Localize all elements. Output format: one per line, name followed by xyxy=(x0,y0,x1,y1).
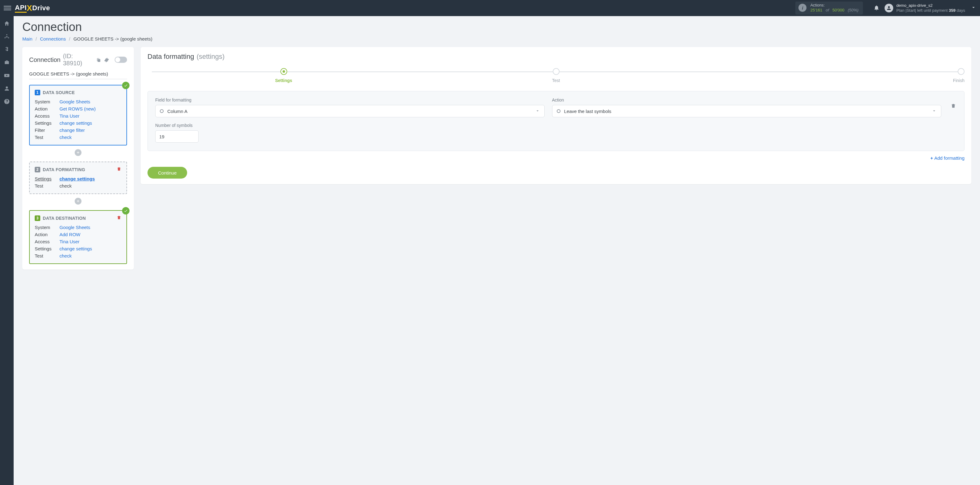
add-formatting-label: Add formatting xyxy=(934,155,964,161)
actions-count: 25'161 xyxy=(810,8,822,13)
breadcrumb-current: GOOGLE SHEETS -> (google sheets) xyxy=(73,36,153,41)
check-icon xyxy=(122,207,129,214)
connection-toggle[interactable] xyxy=(115,57,127,63)
step-number-3: 3 xyxy=(35,216,40,221)
info-icon: i xyxy=(799,4,807,12)
link-action[interactable]: Get ROWS (new) xyxy=(59,106,96,111)
panel-title-dim: (settings) xyxy=(196,52,224,61)
num-symbols-input[interactable] xyxy=(155,130,199,143)
avatar-icon xyxy=(885,4,893,13)
actions-label: Actions: xyxy=(810,3,858,8)
briefcase-icon[interactable] xyxy=(4,59,10,66)
step-data-destination[interactable]: 3 DATA DESTINATION System Google Sheets … xyxy=(29,210,127,264)
user-menu[interactable]: demo_apix-drive_s2 Plan |Start| left unt… xyxy=(885,3,965,13)
num-label: Number of symbols xyxy=(155,123,199,128)
gear-icon[interactable] xyxy=(104,57,110,62)
action-select[interactable]: Leave the last symbols xyxy=(552,105,942,117)
add-between-button[interactable]: + xyxy=(75,149,81,156)
actions-pct: (50%) xyxy=(848,8,859,13)
continue-button[interactable]: Continue xyxy=(148,167,187,179)
step-title-format: DATA FORMATTING xyxy=(43,167,85,172)
action-value: Leave the last symbols xyxy=(564,109,928,114)
wizard-label: Finish xyxy=(953,78,964,83)
breadcrumb-main[interactable]: Main xyxy=(22,36,33,41)
link-access[interactable]: Tina User xyxy=(59,113,79,119)
step-number-2: 2 xyxy=(35,167,40,173)
topbar: API X Drive i Actions: 25'161 of 50'000 … xyxy=(0,0,980,16)
formatting-rule: Field for formatting Column A xyxy=(148,91,964,151)
link-change-filter[interactable]: change filter xyxy=(59,127,85,133)
label: Test xyxy=(35,183,59,189)
logo-text-api: API xyxy=(15,4,27,13)
label: System xyxy=(35,99,59,104)
connection-subtitle: GOOGLE SHEETS -> (google sheets) xyxy=(29,71,127,79)
label: Settings xyxy=(35,176,59,181)
wizard-step-settings[interactable]: Settings xyxy=(148,68,420,83)
logo-text-drive: Drive xyxy=(32,4,50,12)
delete-rule-button[interactable] xyxy=(951,103,957,109)
chevron-down-icon xyxy=(932,108,937,114)
radio-icon xyxy=(160,109,164,113)
link-action[interactable]: Add ROW xyxy=(59,232,81,237)
left-rail xyxy=(0,16,14,485)
add-between-button[interactable]: + xyxy=(75,198,81,204)
connections-icon[interactable] xyxy=(4,33,10,40)
wizard-steps: Settings Test Finish xyxy=(148,68,964,83)
radio-icon xyxy=(557,109,560,113)
delete-step-button[interactable] xyxy=(116,215,121,221)
step-title-source: DATA SOURCE xyxy=(43,90,75,95)
notifications-button[interactable] xyxy=(873,5,880,12)
logo-text-x: X xyxy=(27,3,32,13)
wizard-label: Settings xyxy=(275,78,292,83)
label: Settings xyxy=(35,246,59,251)
breadcrumb: Main / Connections / GOOGLE SHEETS -> (g… xyxy=(22,36,971,41)
link-check[interactable]: check xyxy=(59,135,72,140)
chevron-down-icon[interactable] xyxy=(971,5,976,12)
home-icon[interactable] xyxy=(4,21,10,27)
label: Filter xyxy=(35,127,59,133)
link-system[interactable]: Google Sheets xyxy=(59,225,90,230)
breadcrumb-connections[interactable]: Connections xyxy=(40,36,66,41)
label: Access xyxy=(35,113,59,119)
delete-step-button[interactable] xyxy=(116,166,121,173)
step-data-formatting[interactable]: 2 DATA FORMATTING Settings change settin… xyxy=(29,162,127,194)
connection-id: (ID: 38910) xyxy=(63,52,94,67)
chevron-down-icon xyxy=(535,108,540,114)
actions-of: of xyxy=(826,8,829,13)
formatting-panel: Data formatting (settings) Settings Test xyxy=(141,47,971,184)
add-formatting-button[interactable]: +Add formatting xyxy=(148,155,964,161)
link-change-settings[interactable]: change settings xyxy=(59,246,92,251)
video-icon[interactable] xyxy=(4,73,10,79)
field-select[interactable]: Column A xyxy=(155,105,545,117)
connection-card: Connection (ID: 38910) GOOGLE SHEETS -> … xyxy=(22,47,134,269)
step-number-1: 1 xyxy=(35,90,40,95)
wizard-step-test[interactable]: Test xyxy=(420,68,692,83)
logo[interactable]: API X Drive xyxy=(15,3,50,13)
step-title-dest: DATA DESTINATION xyxy=(43,216,86,221)
plan-days-word: days xyxy=(956,8,965,13)
link-access[interactable]: Tina User xyxy=(59,239,79,244)
user-name: demo_apix-drive_s2 xyxy=(896,3,965,8)
wizard-step-finish[interactable]: Finish xyxy=(692,68,964,83)
link-system[interactable]: Google Sheets xyxy=(59,99,90,104)
link-change-settings[interactable]: change settings xyxy=(59,120,92,126)
label: Action xyxy=(35,232,59,237)
copy-icon[interactable] xyxy=(96,57,102,62)
check-icon xyxy=(122,82,129,89)
actions-counter[interactable]: i Actions: 25'161 of 50'000 (50%) xyxy=(795,2,862,15)
menu-toggle-button[interactable] xyxy=(4,4,11,12)
actions-limit: 50'000 xyxy=(832,8,845,13)
field-value: Column A xyxy=(167,109,531,114)
action-label: Action xyxy=(552,98,942,103)
label: Action xyxy=(35,106,59,111)
label: Test xyxy=(35,135,59,140)
link-change-settings[interactable]: change settings xyxy=(59,176,95,181)
label: Settings xyxy=(35,120,59,126)
help-icon[interactable] xyxy=(4,98,10,105)
plan-days: 359 xyxy=(949,8,956,13)
step-data-source[interactable]: 1 DATA SOURCE System Google Sheets Actio… xyxy=(29,85,127,146)
account-icon[interactable] xyxy=(4,86,10,92)
link-check[interactable]: check xyxy=(59,253,72,258)
billing-icon[interactable] xyxy=(4,46,10,52)
label: Access xyxy=(35,239,59,244)
